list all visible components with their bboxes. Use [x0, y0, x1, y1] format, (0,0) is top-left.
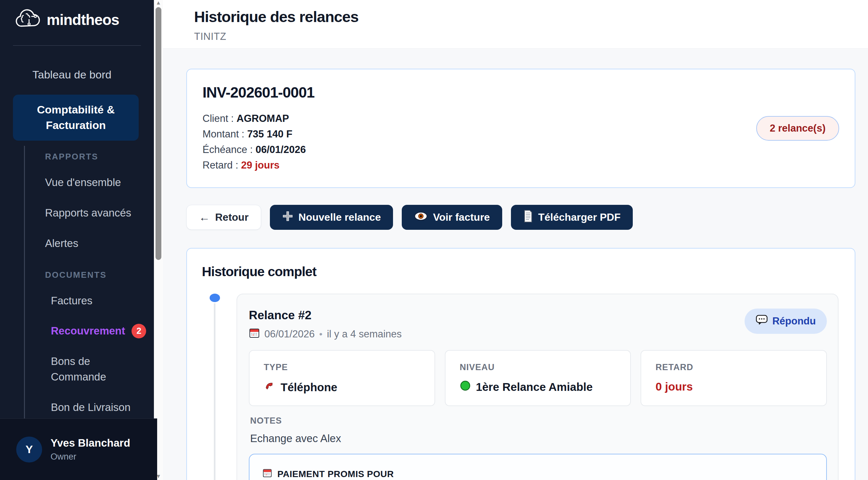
sidebar-item-vue-densemble[interactable]: Vue d'ensemble: [45, 175, 139, 190]
relance-date: 06/01/2026: [265, 328, 315, 340]
field-value: 06/01/2026: [256, 144, 306, 155]
sidebar-item-bons-de-commande[interactable]: Bons de Commande: [45, 354, 145, 385]
invoice-amount-line: Montant : 735 140 F: [203, 126, 315, 142]
timeline-line: [214, 303, 215, 480]
actions-row: ← Retour Nouvelle relance: [186, 205, 855, 230]
field-value: AGROMAP: [237, 113, 289, 124]
sidebar-item-factures[interactable]: Factures: [45, 293, 145, 308]
sidebar-nav: Tableau de bord Comptabilité & Facturati…: [0, 46, 154, 464]
field-label: Montant :: [203, 128, 244, 140]
status-badge-label: Répondu: [772, 316, 816, 327]
timeline-row: Relance #2: [200, 294, 838, 480]
brain-cloud-icon: [12, 7, 45, 32]
arrow-left-icon: ←: [199, 211, 210, 223]
history-card: Historique complet Relance #2: [186, 248, 855, 480]
phone-icon: [264, 380, 275, 394]
scrollbar-thumb[interactable]: [156, 7, 161, 260]
sidebar-nav-group: RAPPORTS Vue d'ensemble Rapports avancés…: [24, 146, 154, 464]
sidebar-item-comptabilite-facturation[interactable]: Comptabilité & Facturation: [13, 95, 139, 141]
calendar-icon: [262, 468, 272, 480]
sidebar-item-alertes[interactable]: Alertes: [45, 236, 139, 251]
recouvrement-count-badge: 2: [131, 324, 146, 338]
notes-label: NOTES: [250, 416, 827, 426]
download-pdf-button[interactable]: Télécharger PDF: [511, 205, 633, 230]
type-box: TYPE Téléphone: [249, 350, 435, 406]
level-label: NIVEAU: [460, 362, 616, 372]
page-header: Historique des relances TINITZ: [163, 0, 868, 49]
relance-relative-time: il y a 4 semaines: [327, 328, 402, 340]
invoice-due-line: Échéance : 06/01/2026: [203, 142, 315, 157]
type-label: TYPE: [264, 362, 420, 372]
relance-count-badge: 2 relance(s): [756, 116, 839, 141]
invoice-summary-card: INV-202601-0001 Client : AGROMAP Montant…: [186, 69, 855, 188]
notes-block: NOTES Echange avec Alex: [249, 416, 827, 445]
logo-text: mindtheos: [46, 11, 119, 29]
relance-date-row: 06/01/2026 • il y a 4 semaines: [249, 327, 402, 341]
timeline-dot: [210, 294, 220, 302]
level-value: 1ère Relance Amiable: [460, 380, 616, 394]
delay-box: RETARD 0 jours: [641, 350, 827, 406]
plus-icon: [282, 211, 293, 224]
new-relance-button[interactable]: Nouvelle relance: [270, 205, 393, 230]
calendar-icon: [249, 327, 260, 341]
page-title: Historique des relances: [194, 8, 868, 26]
page-subtitle: TINITZ: [194, 31, 868, 42]
document-icon: [523, 210, 533, 225]
sidebar-item-dashboard[interactable]: Tableau de bord: [0, 68, 154, 81]
avatar: Y: [16, 437, 42, 462]
relance-entry-card: Relance #2: [237, 294, 838, 480]
content-area: INV-202601-0001 Client : AGROMAP Montant…: [163, 49, 868, 480]
sidebar-item-bon-de-livraison[interactable]: Bon de Livraison: [45, 400, 145, 415]
invoice-delay-line: Retard : 29 jours: [203, 157, 315, 173]
type-value-text: Téléphone: [281, 381, 337, 394]
eye-icon: [414, 211, 428, 223]
field-label: Retard :: [203, 159, 238, 171]
user-name: Yves Blanchard: [51, 437, 130, 449]
delay-label: RETARD: [655, 362, 812, 372]
user-role: Owner: [51, 452, 130, 462]
sidebar-item-rapports-avances[interactable]: Rapports avancés: [45, 205, 139, 221]
invoice-number: INV-202601-0001: [203, 84, 315, 101]
delay-value: 0 jours: [655, 380, 812, 393]
notes-text: Echange avec Alex: [250, 432, 827, 445]
promise-label: PAIEMENT PROMIS POUR: [277, 469, 394, 479]
sidebar: mindtheos Tableau de bord Comptabilité &…: [0, 0, 154, 480]
promise-label-row: PAIEMENT PROMIS POUR: [262, 468, 813, 480]
main-content: Historique des relances TINITZ INV-20260…: [163, 0, 868, 480]
invoice-details: INV-202601-0001 Client : AGROMAP Montant…: [203, 84, 315, 173]
back-button[interactable]: ← Retour: [186, 205, 261, 230]
invoice-client-line: Client : AGROMAP: [203, 111, 315, 126]
section-label-rapports: RAPPORTS: [45, 152, 154, 162]
level-box: NIVEAU 1ère Relance Amiable: [445, 350, 631, 406]
section-label-documents: DOCUMENTS: [45, 270, 154, 280]
history-title: Historique complet: [200, 264, 838, 279]
user-profile[interactable]: Y Yves Blanchard Owner: [0, 418, 157, 480]
speech-bubble-icon: [755, 314, 768, 328]
level-value-text: 1ère Relance Amiable: [476, 381, 593, 393]
download-pdf-button-label: Télécharger PDF: [538, 211, 620, 223]
info-boxes-row: TYPE Téléphone: [249, 350, 827, 406]
field-label: Client :: [203, 113, 234, 124]
view-invoice-button-label: Voir facture: [433, 211, 490, 223]
view-invoice-button[interactable]: Voir facture: [402, 205, 502, 230]
sidebar-scrollbar[interactable]: ▲ ▼: [154, 0, 163, 480]
field-value-delay: 29 jours: [241, 159, 280, 171]
field-label: Échéance :: [203, 144, 253, 155]
green-circle-icon: [460, 380, 471, 394]
field-value: 735 140 F: [247, 128, 292, 140]
type-value: Téléphone: [264, 380, 420, 394]
payment-promise-box: PAIEMENT PROMIS POUR 07/01/2026: [249, 454, 827, 480]
logo[interactable]: mindtheos: [0, 0, 154, 32]
status-badge-repondu: Répondu: [745, 308, 827, 334]
scroll-up-arrow-icon[interactable]: ▲: [154, 0, 163, 6]
relance-title: Relance #2: [249, 308, 402, 322]
new-relance-button-label: Nouvelle relance: [299, 211, 381, 223]
sidebar-item-recouvrement[interactable]: Recouvrement 2: [45, 323, 145, 339]
timeline: [210, 294, 220, 480]
relance-header: Relance #2: [249, 308, 827, 341]
sidebar-item-label: Recouvrement: [51, 323, 125, 339]
back-button-label: Retour: [215, 211, 249, 223]
dot-separator: •: [319, 329, 322, 339]
